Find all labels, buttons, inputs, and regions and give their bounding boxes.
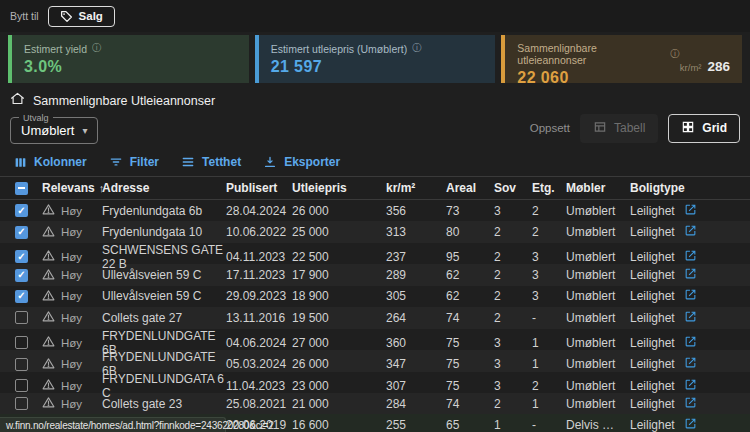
relevans-cell: Høy <box>42 335 102 350</box>
header-adresse[interactable]: Adresse <box>102 181 226 195</box>
utleiepris-cell: 21 000 <box>292 397 386 411</box>
open-listing-link[interactable] <box>684 310 714 326</box>
areal-cell: 73 <box>446 204 494 218</box>
open-listing-link[interactable] <box>684 378 714 394</box>
stat-cards: Estimert yield ⓘ 3.0% Estimert utleiepri… <box>0 32 750 83</box>
table-row: HøyCollets gate 2325.08.202121 000284742… <box>0 393 750 414</box>
boligtype-cell: Leilighet <box>630 268 680 282</box>
krm2-cell: 264 <box>386 311 446 325</box>
header-relevans[interactable]: Relevans ↑ <box>42 181 102 195</box>
areal-cell: 95 <box>446 250 494 264</box>
open-listing-link[interactable] <box>684 288 714 304</box>
link-preview-statusbar: w.finn.no/realestate/homes/ad.html?finnk… <box>0 417 226 432</box>
external-link-icon <box>684 310 697 326</box>
row-checkbox[interactable]: ✓ <box>15 290 28 303</box>
mobler-cell: Umøblert <box>566 379 630 393</box>
relevans-value: Høy <box>61 380 82 392</box>
open-listing-link[interactable] <box>684 396 714 412</box>
krm2-cell: 307 <box>386 379 446 393</box>
row-checkbox[interactable]: ✓ <box>15 250 28 263</box>
columns-icon <box>14 156 27 169</box>
adresse-cell: SCHWENSENS GATE 22 B <box>102 243 226 271</box>
header-publisert[interactable]: Publisert <box>226 181 292 195</box>
warning-triangle-icon <box>42 396 55 411</box>
warning-triangle-icon <box>42 335 55 350</box>
columns-button[interactable]: Kolonner <box>14 155 87 169</box>
salg-mode-button[interactable]: Salg <box>48 6 115 27</box>
row-checkbox[interactable] <box>15 336 28 349</box>
utvalg-select[interactable]: Utvalg Umøblert ▾ <box>10 113 98 144</box>
adresse-cell: Collets gate 23 <box>102 397 226 411</box>
sov-cell: 1 <box>494 418 532 432</box>
info-icon[interactable]: ⓘ <box>92 42 102 55</box>
publisert-cell: 04.06.2024 <box>226 336 292 350</box>
adresse-cell: Collets gate 27 <box>102 311 226 325</box>
utvalg-select-label: Utvalg <box>19 113 53 123</box>
mobler-cell: Umøblert <box>566 357 630 371</box>
table-row: ✓HøyUllevålsveien 59 C29.09.202318 90030… <box>0 286 750 307</box>
krm2-cell: 237 <box>386 250 446 264</box>
export-label: Eksporter <box>284 155 340 169</box>
relevans-value: Høy <box>61 398 82 410</box>
row-checkbox[interactable]: ✓ <box>15 269 28 282</box>
open-listing-link[interactable] <box>684 203 714 219</box>
comparables-table: Relevans ↑ Adresse Publisert Utleiepris … <box>0 176 750 432</box>
open-listing-link[interactable] <box>684 335 714 351</box>
etg-cell: - <box>532 311 566 325</box>
header-areal[interactable]: Areal <box>446 181 494 195</box>
areal-cell: 75 <box>446 357 494 371</box>
header-utleiepris[interactable]: Utleiepris <box>292 181 386 195</box>
header-boligtype[interactable]: Boligtype <box>630 181 680 195</box>
table-view-button[interactable]: Tabell <box>580 114 658 143</box>
row-checkbox[interactable] <box>15 358 28 371</box>
header-krm2[interactable]: kr/m² <box>386 181 446 195</box>
export-button[interactable]: Eksporter <box>263 155 340 169</box>
adresse-cell: FRYDENLUNDGATA 6 C <box>102 372 226 400</box>
mobler-cell: Umøblert <box>566 336 630 350</box>
header-sov[interactable]: Sov <box>494 181 532 195</box>
mobler-cell: Umøblert <box>566 397 630 411</box>
header-mobler[interactable]: Møbler <box>566 181 630 195</box>
open-listing-link[interactable] <box>684 417 714 432</box>
card-comparable-listings: Sammenlignbare utleieannonser ⓘ 22 060 k… <box>501 35 742 83</box>
utvalg-select-value: Umøblert <box>21 123 74 138</box>
row-checkbox[interactable] <box>15 397 28 410</box>
tag-icon <box>60 10 73 23</box>
open-listing-link[interactable] <box>684 224 714 240</box>
filter-button[interactable]: Filter <box>109 155 159 169</box>
info-icon[interactable]: ⓘ <box>412 42 422 55</box>
density-button[interactable]: Tetthet <box>181 155 241 169</box>
warning-triangle-icon <box>42 249 55 264</box>
home-icon <box>10 91 25 110</box>
areal-cell: 74 <box>446 311 494 325</box>
table-row: HøyFRYDENLUNDGATE 6B05.03.202426 0003477… <box>0 350 750 371</box>
adresse-cell: Frydenlundgata 6b <box>102 204 226 218</box>
row-checkbox[interactable] <box>15 311 28 324</box>
publisert-cell: 17.11.2023 <box>226 268 292 282</box>
relevans-cell: Høy <box>42 378 102 393</box>
row-checkbox[interactable]: ✓ <box>15 204 28 217</box>
header-etg[interactable]: Etg. <box>532 181 566 195</box>
select-all-checkbox[interactable] <box>15 182 28 195</box>
open-listing-link[interactable] <box>684 267 714 283</box>
row-checkbox[interactable]: ✓ <box>15 226 28 239</box>
card-yield-label: Estimert yield <box>24 43 87 55</box>
external-link-icon <box>684 335 697 351</box>
boligtype-cell: Leilighet <box>630 311 680 325</box>
info-icon[interactable]: ⓘ <box>670 48 680 61</box>
card-comparables-count: 286 <box>707 59 730 74</box>
open-listing-link[interactable] <box>684 249 714 265</box>
grid-view-icon <box>681 120 695 137</box>
open-listing-link[interactable] <box>684 356 714 372</box>
relevans-cell: Høy <box>42 203 102 218</box>
adresse-cell: Ullevålsveien 59 C <box>102 268 226 282</box>
krm2-cell: 305 <box>386 289 446 303</box>
utleiepris-cell: 18 900 <box>292 289 386 303</box>
relevans-cell: Høy <box>42 268 102 283</box>
external-link-icon <box>684 356 697 372</box>
external-link-icon <box>684 203 697 219</box>
grid-view-label: Grid <box>702 121 727 135</box>
relevans-cell: Høy <box>42 310 102 325</box>
grid-view-button[interactable]: Grid <box>668 114 740 143</box>
row-checkbox[interactable] <box>15 379 28 392</box>
